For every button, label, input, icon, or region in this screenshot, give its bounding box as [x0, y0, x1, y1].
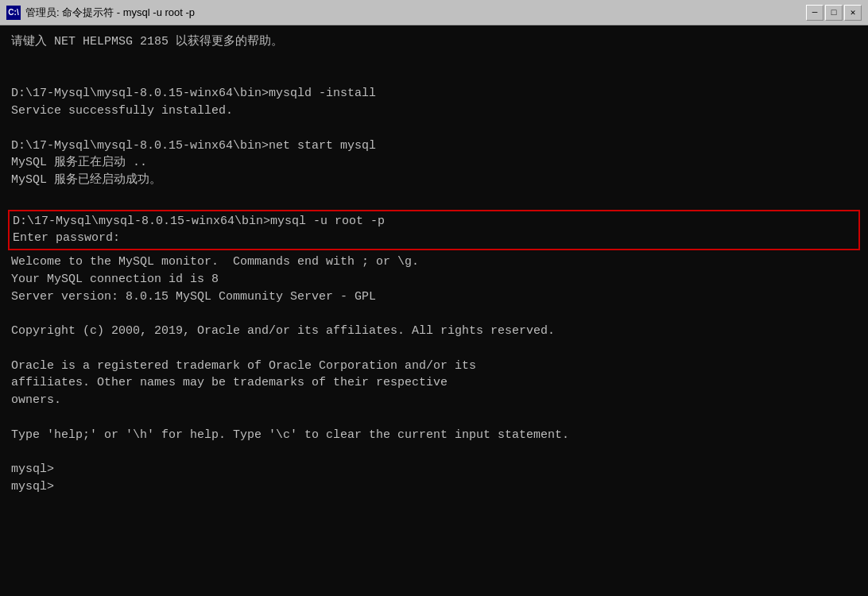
highlight-box: D:\17-Mysql\mysql-8.0.15-winx64\bin>mysq… — [8, 210, 860, 251]
cmd-icon: C:\ — [6, 6, 21, 20]
terminal-line-prompt2: mysql> — [11, 478, 857, 496]
terminal-blank-line — [11, 409, 857, 427]
terminal-line-welcome: Welcome to the MySQL monitor. Commands e… — [11, 253, 857, 271]
minimize-button[interactable]: ─ — [806, 5, 823, 21]
terminal-line-oracle1: Oracle is a registered trademark of Orac… — [11, 358, 857, 375]
terminal-line-helpmsg: 请键入 NET HELPMSG 2185 以获得更多的帮助。 — [11, 33, 857, 51]
terminal-line-install-cmd: D:\17-Mysql\mysql-8.0.15-winx64\bin>mysq… — [11, 85, 857, 103]
terminal-blank-line — [11, 340, 857, 358]
terminal-blank-line — [11, 305, 857, 323]
terminal-line-copyright1: Copyright (c) 2000, 2019, Oracle and/or … — [11, 323, 857, 340]
terminal-line-net-start-cmd: D:\17-Mysql\mysql-8.0.15-winx64\bin>net … — [11, 137, 857, 155]
terminal-line-mysql-login-cmd: D:\17-Mysql\mysql-8.0.15-winx64\bin>mysq… — [13, 213, 855, 230]
terminal-line-install-result: Service successfully installed. — [11, 103, 857, 120]
terminal-blank-line — [11, 120, 857, 137]
terminal-line-help-hint: Type 'help;' or '\h' for help. Type '\c'… — [11, 427, 857, 444]
terminal-window[interactable]: 请键入 NET HELPMSG 2185 以获得更多的帮助。D:\17-Mysq… — [0, 25, 868, 596]
terminal-line-enter-password: Enter password: — [13, 230, 855, 247]
terminal-blank-line — [11, 51, 857, 68]
terminal-blank-line — [11, 443, 857, 461]
close-button[interactable]: ✕ — [844, 5, 862, 21]
terminal-blank-line — [11, 68, 857, 86]
terminal-line-oracle3: owners. — [11, 392, 857, 409]
terminal-line-start-status2: MySQL 服务已经启动成功。 — [11, 172, 857, 189]
window-controls[interactable]: ─ □ ✕ — [806, 5, 862, 21]
maximize-button[interactable]: □ — [825, 5, 843, 21]
terminal-line-connection-id: Your MySQL connection id is 8 — [11, 271, 857, 288]
terminal-line-prompt1: mysql> — [11, 461, 857, 478]
title-bar: C:\ 管理员: 命令提示符 - mysql -u root -p ─ □ ✕ — [0, 0, 868, 25]
terminal-line-start-status1: MySQL 服务正在启动 .. — [11, 154, 857, 172]
terminal-line-server-version: Server version: 8.0.15 MySQL Community S… — [11, 288, 857, 306]
terminal-line-oracle2: affiliates. Other names may be trademark… — [11, 374, 857, 392]
terminal-blank-line — [11, 189, 857, 207]
window-title: 管理员: 命令提示符 - mysql -u root -p — [25, 6, 801, 20]
